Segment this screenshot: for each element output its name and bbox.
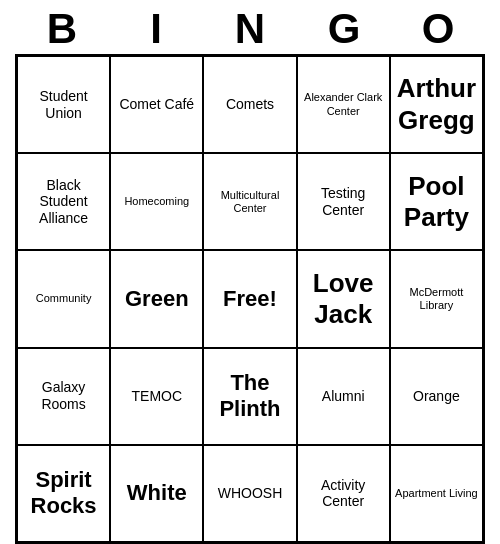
bingo-cell-7: Multicultural Center [203, 153, 296, 250]
bingo-cell-3: Alexander Clark Center [297, 56, 390, 153]
bingo-cell-13: Love Jack [297, 250, 390, 347]
cell-text-5: Black Student Alliance [22, 177, 105, 227]
bingo-cell-21: White [110, 445, 203, 542]
bingo-cell-16: TEMOC [110, 348, 203, 445]
cell-text-12: Free! [223, 286, 277, 312]
cell-text-20: Spirit Rocks [22, 467, 105, 520]
bingo-cell-24: Apartment Living [390, 445, 483, 542]
cell-text-2: Comets [226, 96, 274, 113]
bingo-grid: Student UnionComet CaféCometsAlexander C… [15, 54, 485, 544]
bingo-cell-23: Activity Center [297, 445, 390, 542]
cell-text-10: Community [36, 292, 92, 305]
letter-i: I [116, 8, 196, 50]
cell-text-9: Pool Party [395, 171, 478, 233]
cell-text-19: Orange [413, 388, 460, 405]
bingo-cell-2: Comets [203, 56, 296, 153]
cell-text-6: Homecoming [124, 195, 189, 208]
cell-text-7: Multicultural Center [208, 189, 291, 215]
bingo-cell-4: Arthur Gregg [390, 56, 483, 153]
bingo-cell-1: Comet Café [110, 56, 203, 153]
cell-text-1: Comet Café [119, 96, 194, 113]
bingo-cell-11: Green [110, 250, 203, 347]
bingo-cell-5: Black Student Alliance [17, 153, 110, 250]
cell-text-22: WHOOSH [218, 485, 283, 502]
cell-text-3: Alexander Clark Center [302, 91, 385, 117]
bingo-cell-14: McDermott Library [390, 250, 483, 347]
cell-text-21: White [127, 480, 187, 506]
cell-text-8: Testing Center [302, 185, 385, 219]
bingo-header: B I N G O [15, 0, 485, 54]
cell-text-23: Activity Center [302, 477, 385, 511]
letter-o: O [398, 8, 478, 50]
bingo-cell-8: Testing Center [297, 153, 390, 250]
cell-text-0: Student Union [22, 88, 105, 122]
letter-g: G [304, 8, 384, 50]
cell-text-18: Alumni [322, 388, 365, 405]
cell-text-4: Arthur Gregg [395, 73, 478, 135]
bingo-cell-15: Galaxy Rooms [17, 348, 110, 445]
cell-text-11: Green [125, 286, 189, 312]
cell-text-14: McDermott Library [395, 286, 478, 312]
bingo-cell-12: Free! [203, 250, 296, 347]
cell-text-16: TEMOC [132, 388, 183, 405]
bingo-cell-22: WHOOSH [203, 445, 296, 542]
bingo-cell-19: Orange [390, 348, 483, 445]
bingo-cell-0: Student Union [17, 56, 110, 153]
cell-text-15: Galaxy Rooms [22, 379, 105, 413]
bingo-cell-10: Community [17, 250, 110, 347]
letter-b: B [22, 8, 102, 50]
bingo-cell-6: Homecoming [110, 153, 203, 250]
bingo-cell-17: The Plinth [203, 348, 296, 445]
bingo-cell-20: Spirit Rocks [17, 445, 110, 542]
cell-text-24: Apartment Living [395, 487, 478, 500]
bingo-cell-9: Pool Party [390, 153, 483, 250]
letter-n: N [210, 8, 290, 50]
cell-text-17: The Plinth [208, 370, 291, 423]
cell-text-13: Love Jack [302, 268, 385, 330]
bingo-cell-18: Alumni [297, 348, 390, 445]
